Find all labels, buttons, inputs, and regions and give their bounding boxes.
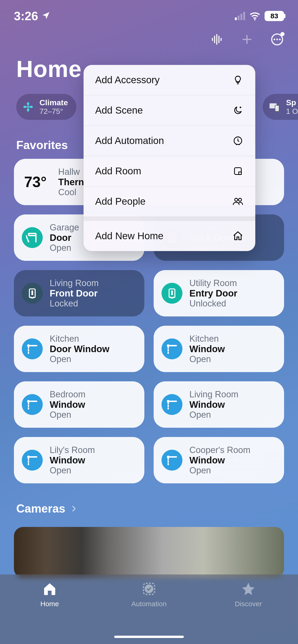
svg-point-24 bbox=[32, 292, 33, 293]
tile-room: Kitchen bbox=[189, 334, 225, 344]
status-time: 3:26 bbox=[14, 9, 38, 23]
menu-item-label: Add Accessory bbox=[95, 74, 160, 86]
svg-point-25 bbox=[32, 294, 33, 295]
tab-home[interactable]: Home bbox=[1, 582, 99, 608]
climate-pill-title: Climate bbox=[40, 98, 68, 107]
tile-state: Open bbox=[50, 410, 85, 420]
tile-state: Open bbox=[50, 354, 109, 364]
climate-pill[interactable]: Climate 72–75° bbox=[16, 94, 76, 120]
svg-point-29 bbox=[171, 294, 172, 295]
status-bar: 3:26 83 bbox=[0, 0, 298, 28]
tile-state: Open bbox=[189, 354, 225, 364]
camera-preview[interactable] bbox=[14, 527, 284, 578]
svg-point-12 bbox=[27, 106, 29, 108]
tile-room: Bedroom bbox=[50, 390, 85, 400]
wifi-icon bbox=[249, 11, 260, 21]
menu-item-label: Add Automation bbox=[95, 135, 164, 146]
star-icon bbox=[241, 582, 256, 597]
chevron-right-icon bbox=[70, 502, 78, 515]
menu-item[interactable]: Add Room bbox=[84, 156, 255, 186]
status-time-group: 3:26 bbox=[14, 9, 51, 23]
fan-icon bbox=[21, 100, 35, 114]
clock-icon bbox=[232, 135, 244, 146]
moon-icon bbox=[232, 104, 244, 116]
accessory-tile[interactable]: KitchenWindowOpen bbox=[154, 326, 284, 372]
climate-pill-sub: 72–75° bbox=[40, 107, 68, 116]
speakers-pill-sub: 1 O bbox=[286, 107, 298, 116]
window-icon bbox=[22, 394, 43, 415]
menu-item-label: Add New Home bbox=[95, 230, 163, 242]
svg-rect-14 bbox=[275, 106, 279, 112]
tile-name: Window bbox=[189, 344, 225, 354]
door-icon bbox=[22, 227, 43, 248]
speakers-pill[interactable]: Sp 1 O bbox=[263, 94, 298, 120]
accessory-tile[interactable]: Cooper's RoomWindowOpen bbox=[154, 437, 284, 483]
tile-state: Open bbox=[50, 243, 79, 253]
tab-discover-label: Discover bbox=[235, 600, 262, 608]
room-icon bbox=[232, 165, 244, 177]
menu-item-label: Add People bbox=[95, 196, 146, 207]
tile-name: Entry Door bbox=[189, 288, 237, 298]
accessory-tile[interactable]: Lily's RoomWindowOpen bbox=[14, 437, 144, 483]
lock-icon bbox=[22, 283, 43, 304]
tile-room: Kitchen bbox=[50, 334, 109, 344]
accessory-tile[interactable]: Utility RoomEntry DoorUnlocked bbox=[154, 270, 284, 316]
tile-name: Window bbox=[189, 455, 250, 466]
svg-point-10 bbox=[276, 39, 278, 40]
accessory-tile[interactable]: Living RoomWindowOpen bbox=[154, 381, 284, 428]
battery-icon: 83 bbox=[264, 11, 284, 21]
window-icon bbox=[22, 450, 43, 470]
speakers-pill-title: Sp bbox=[286, 98, 298, 107]
home-icon bbox=[232, 230, 244, 242]
tile-room: Lily's Room bbox=[50, 445, 95, 455]
tile-room: Living Room bbox=[50, 278, 99, 288]
cameras-section-header[interactable]: Cameras bbox=[0, 483, 298, 522]
menu-separator bbox=[84, 217, 255, 221]
svg-point-23 bbox=[32, 291, 33, 292]
tile-state: Open bbox=[189, 466, 250, 476]
svg-point-53 bbox=[239, 198, 242, 201]
more-icon[interactable] bbox=[270, 32, 284, 46]
menu-item[interactable]: Add Automation bbox=[84, 126, 255, 156]
window-icon bbox=[162, 450, 182, 470]
plus-icon[interactable] bbox=[240, 32, 254, 46]
tile-state: Open bbox=[189, 410, 238, 420]
tile-state: Unlocked bbox=[189, 298, 237, 308]
svg-point-11 bbox=[279, 39, 280, 40]
menu-item-add-new-home[interactable]: Add New Home bbox=[84, 221, 255, 251]
tile-room: Living Room bbox=[189, 390, 238, 400]
accessory-tile[interactable]: BedroomWindowOpen bbox=[14, 381, 144, 428]
menu-item[interactable]: Add Accessory bbox=[84, 65, 255, 95]
tile-name: Window bbox=[189, 400, 238, 410]
tile-name: Front Door bbox=[50, 288, 99, 298]
home-indicator[interactable] bbox=[114, 636, 184, 638]
tile-room: Hallw bbox=[58, 167, 84, 177]
window-icon bbox=[22, 338, 43, 359]
tile-state: Cool bbox=[58, 187, 84, 197]
svg-rect-15 bbox=[29, 234, 36, 236]
battery-percent: 83 bbox=[270, 12, 278, 20]
tab-automation[interactable]: Automation bbox=[100, 582, 198, 608]
menu-item[interactable]: Add Scene bbox=[84, 95, 255, 126]
tab-discover[interactable]: Discover bbox=[199, 582, 297, 608]
tile-name: Door Window bbox=[50, 344, 109, 354]
intercom-icon[interactable] bbox=[210, 32, 224, 46]
tab-bar: Home Automation Discover bbox=[0, 574, 298, 644]
svg-point-0 bbox=[254, 19, 255, 20]
accessory-tile[interactable]: KitchenDoor WindowOpen bbox=[14, 326, 144, 372]
svg-line-16 bbox=[26, 236, 29, 242]
tile-state: Locked bbox=[50, 298, 99, 308]
svg-point-9 bbox=[274, 39, 275, 40]
menu-item[interactable]: Add People bbox=[84, 186, 255, 217]
lock-icon bbox=[162, 283, 182, 304]
menu-item-label: Add Scene bbox=[95, 105, 143, 116]
tile-state: Open bbox=[50, 466, 95, 476]
accessory-tile[interactable]: Living RoomFront DoorLocked bbox=[14, 270, 144, 316]
people-icon bbox=[232, 196, 244, 207]
tv-speaker-icon bbox=[268, 100, 281, 114]
location-icon bbox=[41, 9, 51, 23]
tab-automation-label: Automation bbox=[131, 600, 167, 608]
tile-room: Utility Room bbox=[189, 278, 237, 288]
svg-point-27 bbox=[171, 291, 172, 292]
clock-check-icon bbox=[142, 582, 156, 597]
